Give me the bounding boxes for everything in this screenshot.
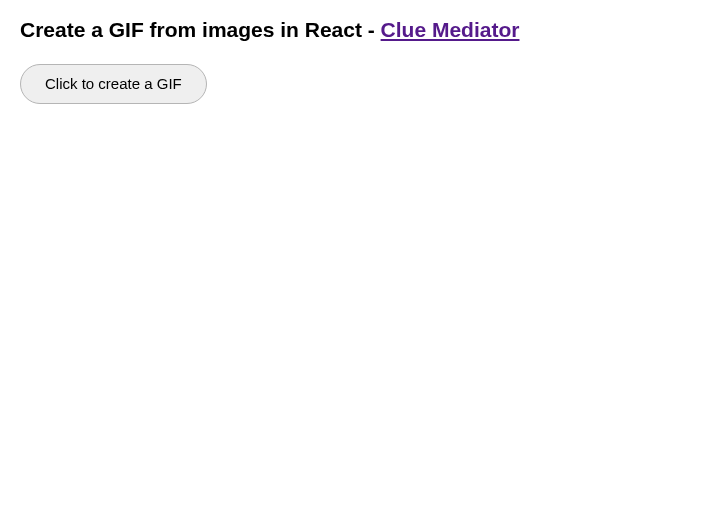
- create-gif-button[interactable]: Click to create a GIF: [20, 64, 207, 104]
- page-title: Create a GIF from images in React - Clue…: [20, 18, 699, 42]
- title-text: Create a GIF from images in React -: [20, 18, 381, 41]
- clue-mediator-link[interactable]: Clue Mediator: [381, 18, 520, 41]
